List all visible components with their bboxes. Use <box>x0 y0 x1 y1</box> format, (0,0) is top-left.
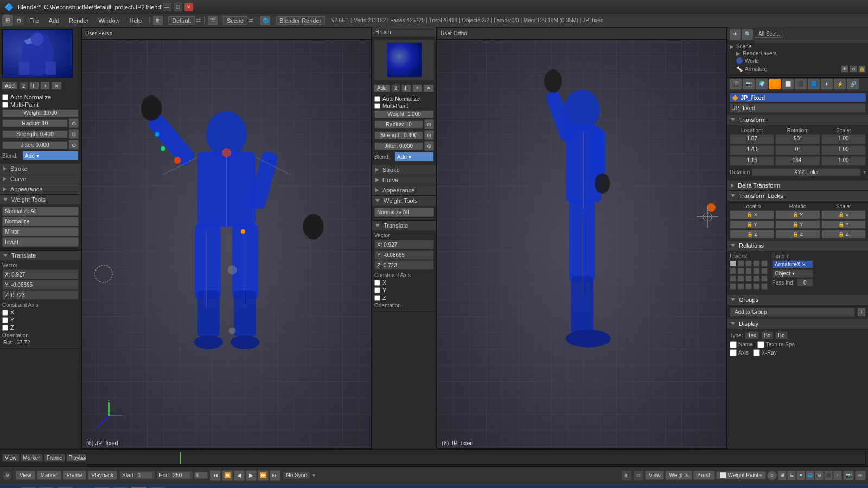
brush-x-button[interactable]: ✕ <box>51 82 62 90</box>
loc-x-val[interactable]: 1.87 <box>730 134 774 144</box>
end-field[interactable] <box>171 472 190 479</box>
axis-x-checkbox[interactable] <box>2 310 8 316</box>
weight-field[interactable]: Weight: 1.000 <box>2 109 79 117</box>
center-brush-add-button[interactable]: Add <box>374 84 390 92</box>
axis-z-check[interactable]: Z <box>2 324 79 331</box>
appearance-header[interactable]: Appearance <box>0 184 81 194</box>
center-strength-picker[interactable]: ⊙ <box>424 130 434 140</box>
viewport-mode-btn[interactable]: ⊞ <box>621 470 632 481</box>
vp-icon-3[interactable]: ✦ <box>796 471 805 480</box>
orbit-icon[interactable]: ⊙ <box>2 471 12 480</box>
vp-icon-5[interactable]: ⊙ <box>815 471 824 480</box>
prop-tab-physics[interactable]: ⚡ <box>834 79 846 89</box>
pass-ind-val[interactable]: 0 <box>797 279 813 287</box>
center-axis-z-check[interactable]: Z <box>374 294 434 301</box>
right-viewport-content[interactable] <box>437 40 726 448</box>
layer-16[interactable] <box>730 283 736 290</box>
view-icon[interactable]: 👁 <box>730 29 741 40</box>
display-header[interactable]: Display <box>727 319 868 329</box>
center-axis-x-checkbox[interactable] <box>374 280 380 286</box>
center-strength-field[interactable]: Strength: 0.400 <box>374 131 423 139</box>
scene-arrows[interactable]: ⇄ <box>248 17 253 24</box>
layer-5[interactable] <box>761 260 768 267</box>
weight-tools-header[interactable]: Weight Tools <box>0 195 81 204</box>
sync-selector[interactable]: No Sync <box>283 471 311 479</box>
xray-checkbox[interactable] <box>753 349 760 356</box>
center-stroke-header[interactable]: Stroke <box>372 165 436 175</box>
bo-button2[interactable]: Bo <box>775 331 787 339</box>
prop-tab-constraints[interactable]: 🔗 <box>847 79 859 89</box>
view-btn[interactable]: View <box>16 471 35 480</box>
delta-transform-header[interactable]: Delta Transform <box>727 181 868 191</box>
center-brush-plus-button[interactable]: + <box>412 84 422 92</box>
add-group-icon[interactable]: + <box>857 307 866 317</box>
layer-18[interactable] <box>745 283 752 290</box>
object-name-bar[interactable]: 🔶 JP_fixed <box>730 93 866 102</box>
center-normalize-all-button[interactable]: Normalize All <box>374 208 434 217</box>
close-button[interactable]: ✕ <box>184 3 193 11</box>
play-button[interactable]: ▶ <box>246 470 257 481</box>
center-auto-normalize-checkbox[interactable] <box>374 96 380 102</box>
normalize-all-button[interactable]: Normalize All <box>2 207 79 216</box>
vp-icon-2[interactable]: ⊟ <box>787 471 796 480</box>
armature-lock-button[interactable]: 🔒 <box>858 65 866 73</box>
workspace-selector[interactable]: Default <box>168 16 195 25</box>
invert-button[interactable]: Invert <box>2 237 79 247</box>
center-multi-paint-check[interactable]: Multi-Paint <box>374 103 434 109</box>
prop-tab-world[interactable]: 🌍 <box>756 79 768 89</box>
engine-selector[interactable]: Blender Render <box>276 16 325 25</box>
scene-row[interactable]: ▶ Scene <box>730 43 866 49</box>
multi-paint-checkbox[interactable] <box>2 102 8 108</box>
center-vec-y-field[interactable]: Y: -0.08665 <box>374 250 434 260</box>
mirror-button[interactable]: Mirror <box>2 227 79 236</box>
rotation-type-selector[interactable]: XYZ Euler <box>752 168 861 176</box>
multi-paint-check[interactable]: Multi-Paint <box>2 101 79 108</box>
texspa-check[interactable]: Texture Spa <box>757 341 795 348</box>
brush-f-button[interactable]: F <box>29 82 39 90</box>
loc-z-val[interactable]: 1.16 <box>730 156 774 166</box>
center-appearance-header[interactable]: Appearance <box>372 185 436 195</box>
center-radius-field[interactable]: Radius: 10 <box>374 120 423 129</box>
timeline-ruler[interactable]: -50 -40 -30 -20 -10 0 10 20 30 40 50 60 … <box>86 452 866 465</box>
layer-8[interactable] <box>745 268 752 274</box>
blend-selector[interactable]: Add ▾ <box>22 151 79 160</box>
center-multi-paint-checkbox[interactable] <box>374 103 380 109</box>
brush-btn[interactable]: Brush <box>693 471 715 480</box>
world-row[interactable]: World <box>730 57 866 64</box>
normalize-button[interactable]: Normalize <box>2 217 79 226</box>
layer-2[interactable] <box>737 260 744 267</box>
viewport-circle-btn[interactable]: ⊙ <box>633 470 644 481</box>
center-axis-y-check[interactable]: Y <box>374 287 434 293</box>
frame-btn[interactable]: Frame <box>63 471 86 480</box>
axis-check[interactable]: Axis <box>730 349 749 356</box>
center-radius-picker[interactable]: ⊙ <box>424 119 434 129</box>
prop-tab-object[interactable]: 🔶 <box>769 79 781 89</box>
prop-tab-material[interactable]: ⬛ <box>795 79 807 89</box>
center-curve-header[interactable]: Curve <box>372 175 436 185</box>
loc-z-lock[interactable]: 🔓 Z <box>730 230 774 239</box>
start-field[interactable] <box>136 472 152 479</box>
current-frame-field[interactable] <box>194 472 208 479</box>
layer-9[interactable] <box>753 268 760 274</box>
vp-icon-6[interactable]: ⬛ <box>824 471 833 480</box>
strength-picker[interactable]: ⊙ <box>69 129 79 139</box>
jitter-field[interactable]: Jitter: 0.000 <box>2 141 68 149</box>
layer-1[interactable] <box>730 260 736 267</box>
workspace-icon[interactable]: ⊞ <box>2 15 13 26</box>
layer-10[interactable] <box>761 268 768 274</box>
center-axis-y-checkbox[interactable] <box>374 287 380 293</box>
center-brush-f-button[interactable]: F <box>401 84 411 92</box>
search-icon[interactable]: 🔍 <box>742 29 753 40</box>
mode-selector[interactable]: ⬜ Weight Paint ▾ <box>716 471 766 479</box>
menu-file[interactable]: File <box>25 16 43 25</box>
transform-locks-header[interactable]: Transform Locks <box>727 191 868 201</box>
armature-sel-button[interactable]: ⊙ <box>850 65 857 73</box>
brush-add-button[interactable]: Add <box>2 82 18 90</box>
radius-picker[interactable]: ⊙ <box>69 118 79 128</box>
frame-menu[interactable]: Frame <box>44 454 65 462</box>
prev-frame-button[interactable]: ⏪ <box>222 470 233 481</box>
center-axis-z-checkbox[interactable] <box>374 295 380 301</box>
layer-4[interactable] <box>753 260 760 267</box>
layer-11[interactable] <box>730 275 736 282</box>
vec-y-field[interactable]: Y: -0.08665 <box>2 280 79 290</box>
